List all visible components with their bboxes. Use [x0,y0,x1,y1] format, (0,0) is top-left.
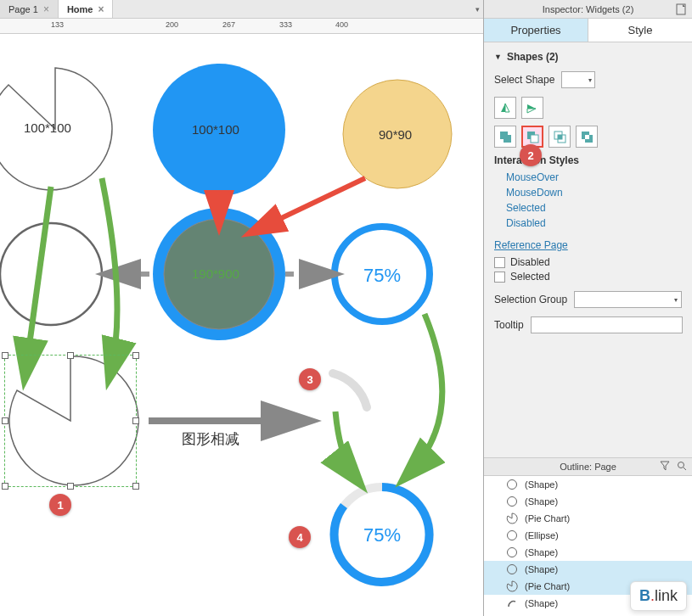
selection-group-row: Selection Group [494,291,682,308]
checkbox-selected[interactable] [494,272,505,283]
svg-rect-4 [531,135,538,143]
checkbox-disabled[interactable] [494,257,505,268]
disclosure-triangle-icon[interactable]: ▼ [494,53,502,61]
inspector-tabs: Properties Style [484,19,692,42]
circle-icon [506,529,518,541]
shape-dropdown[interactable] [561,71,595,88]
document-icon[interactable] [675,3,687,15]
selection-group-label: Selection Group [494,294,567,305]
link-selected[interactable]: Selected [506,202,682,214]
green-arrow-2 [102,178,117,373]
section-label: Shapes (2) [507,51,559,63]
reference-page-link[interactable]: Reference Page [494,239,682,251]
flip-tools [494,97,682,119]
outline-item-label: (Pie Chart) [525,581,570,591]
pie-icon [506,580,518,592]
ruler-tick: 200 [166,20,178,29]
ruler-tick: 133 [51,20,64,29]
outline-item-label: (Shape) [525,479,558,490]
svg-point-16 [508,548,517,557]
outline-title: Outline: Page [560,462,616,472]
link-mouseover[interactable]: MouseOver [506,171,682,183]
boolean-tools: 2 [494,126,682,148]
ruler-tick: 333 [279,20,292,29]
svg-line-12 [684,468,686,470]
outline-header: Outline: Page [484,457,692,476]
tab-label: Home [67,4,93,14]
arc-fragment[interactable] [333,373,367,407]
selection-handle[interactable] [2,417,8,424]
flip-horizontal-button[interactable] [494,97,516,119]
inspector-header: Inspector: Widgets (2) [484,0,692,19]
outline-item-label: (Pie Chart) [525,513,570,524]
circle-icon [506,546,518,558]
exclude-button[interactable] [576,126,598,148]
blue-circle[interactable] [153,64,285,196]
step-badge-2: 2 [520,144,542,166]
tab-properties[interactable]: Properties [484,19,588,42]
section-shapes: ▼ Shapes (2) [494,51,682,63]
outline-item[interactable]: (Shape) [484,493,692,510]
document-tabs: Page 1 × Home × ▾ [0,0,483,19]
svg-point-15 [508,531,517,540]
union-button[interactable] [494,126,516,148]
outline-item[interactable]: (Shape) [484,544,692,561]
inspector-panel: Inspector: Widgets (2) Properties Style … [484,0,692,616]
outline-item[interactable]: (Shape) [484,476,692,493]
arrow-red-2 [255,178,365,231]
select-shape-label: Select Shape [494,74,554,86]
selection-handle[interactable] [132,417,139,424]
outline-item[interactable]: (Ellipse) [484,527,692,544]
filter-icon[interactable] [660,461,670,473]
circle-icon [506,563,518,575]
canvas-svg [0,34,484,616]
selection-handle[interactable] [67,352,74,359]
svg-rect-10 [585,135,589,139]
interaction-styles-list: MouseOver MouseDown Selected Disabled [494,171,682,229]
svg-point-14 [508,497,517,507]
outline-item-label: (Ellipse) [525,530,559,540]
design-canvas[interactable]: 100*100 100*100 90*90 190*900 75% 75% 图形… [0,34,483,616]
outline-item[interactable]: (Shape) [484,561,692,578]
horizontal-ruler: 133 200 267 333 400 [0,19,483,34]
svg-point-13 [508,480,517,490]
inspector-body: ▼ Shapes (2) Select Shape 2 Interaction … [484,42,692,457]
selection-handle[interactable] [67,483,74,490]
arc-icon [506,597,518,609]
tab-page1[interactable]: Page 1 × [0,0,59,18]
selection-group-dropdown[interactable] [574,291,682,308]
tab-style[interactable]: Style [588,19,692,42]
step-badge-4: 4 [289,526,311,548]
yellow-circle[interactable] [343,80,452,188]
selection-handle[interactable] [132,483,139,490]
selection-box [4,355,137,487]
svg-rect-7 [558,135,562,139]
close-icon[interactable]: × [43,3,49,15]
tooltip-label: Tooltip [494,319,524,331]
tooltip-input[interactable] [531,316,683,333]
pie-shape[interactable] [0,68,112,190]
step-badge-3: 3 [299,368,321,390]
tab-home[interactable]: Home × [59,0,114,18]
outline-item-label: (Shape) [525,496,558,507]
intersect-button[interactable] [549,126,571,148]
green-overlay[interactable] [164,219,274,329]
step-badge-1: 1 [49,494,71,516]
link-mousedown[interactable]: MouseDown [506,187,682,199]
link-disabled[interactable]: Disabled [506,217,682,229]
search-icon[interactable] [677,461,687,473]
checkbox-disabled-row: Disabled [494,256,682,268]
close-icon[interactable]: × [98,3,104,15]
selection-handle[interactable] [132,352,139,359]
outline-item[interactable]: (Pie Chart) [484,510,692,527]
tabs-dropdown[interactable]: ▾ [471,0,483,18]
selection-handle[interactable] [2,483,8,490]
checkbox-selected-row: Selected [494,271,682,283]
flip-vertical-button[interactable] [521,97,543,119]
ring-shape-left[interactable] [0,223,102,325]
pie-icon [506,512,518,524]
selection-handle[interactable] [2,352,8,359]
ring-75[interactable] [335,227,430,322]
outline-item-label: (Shape) [525,564,558,574]
canvas-area: Page 1 × Home × ▾ 133 200 267 333 400 [0,0,484,616]
